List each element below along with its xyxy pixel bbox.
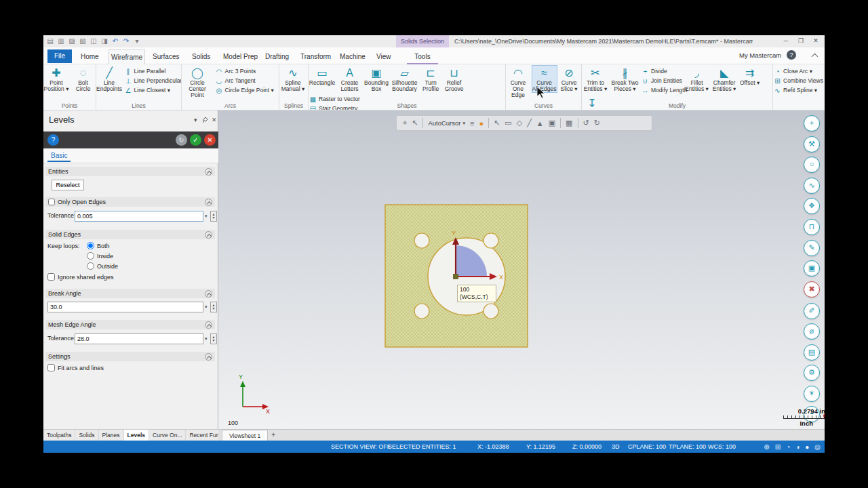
view-redo-icon[interactable]: ↻ [594, 119, 600, 127]
tab-basic[interactable]: Basic [47, 151, 71, 162]
gview-indicator-icon[interactable]: ◔ [786, 443, 790, 451]
sketch-tool-icon[interactable]: ✎ [804, 240, 820, 256]
section-indicator-icon[interactable]: ◑ [795, 443, 800, 451]
open-icon[interactable]: ▥ [57, 35, 65, 47]
break-angle-spinner[interactable]: ▲▼ [210, 302, 217, 312]
divide-button[interactable]: ÷Divide [641, 66, 683, 76]
mesh-tolerance-input[interactable] [75, 333, 203, 344]
panel-close-icon[interactable]: ✕ [212, 117, 217, 123]
circle-tool-icon[interactable]: ○ [804, 157, 820, 173]
solid-face-selection-icon[interactable]: ▲ [536, 119, 544, 127]
collapse-section-icon[interactable] [205, 231, 212, 239]
section-view-status[interactable]: SECTION VIEW: OFF [331, 441, 391, 453]
circle-edge-point-button[interactable]: ◎Circle Edge Point ▾ [215, 85, 279, 95]
chamfer-entities-button[interactable]: ◣ Chamfer Entities ▾ [711, 66, 738, 92]
vector-selection-icon[interactable]: ╱ [527, 119, 532, 127]
close-button[interactable]: ✕ [808, 35, 823, 47]
arc-tangent-button[interactable]: ◡Arc Tangent [215, 76, 279, 85]
spline-manual-button[interactable]: ∿ Spline Manual ▾ [279, 66, 307, 92]
clamp-tool-icon[interactable]: ⊓ [804, 219, 820, 235]
redo-icon[interactable]: ↷ [122, 35, 130, 47]
join-entities-button[interactable]: ∪Join Entities [641, 76, 683, 85]
window-selection-icon[interactable]: ▭ [505, 119, 511, 127]
keep-loops-inside-radio[interactable]: Inside [87, 252, 113, 260]
tab-drafting[interactable]: Drafting [263, 49, 291, 64]
modify-length-button[interactable]: ↔Modify Length [641, 85, 683, 95]
circle-center-point-button[interactable]: ◯ Circle Center Point [182, 66, 213, 98]
arc-3-points-button[interactable]: ◠Arc 3 Points [215, 66, 279, 76]
section-header-mesh-edge-angle[interactable]: Mesh Edge Angle [45, 320, 215, 329]
radio-both[interactable] [87, 242, 94, 249]
delete-tool-icon[interactable]: ✖ [804, 281, 820, 298]
plane-indicator-icon[interactable]: ⊞ [775, 443, 781, 451]
levels-tool-icon[interactable]: ▤ [804, 344, 820, 361]
cplane-selector[interactable]: CPLANE: 100 [628, 441, 666, 453]
print-preview-icon[interactable]: ▧ [79, 35, 87, 47]
ignore-shared-edges-checkbox[interactable] [47, 273, 55, 281]
line-perpendicular-button[interactable]: ⊥Line Perpendicular [124, 76, 181, 85]
break-angle-dropdown-icon[interactable]: ▾ [205, 304, 208, 310]
solid-body-selection-icon[interactable]: ▣ [549, 119, 555, 127]
collapse-section-icon[interactable] [205, 290, 212, 298]
turn-profile-button[interactable]: ⊏ Turn Profile [420, 66, 441, 92]
polygon-selection-icon[interactable]: ◇ [517, 119, 522, 127]
line-closest-button[interactable]: ∠Line Closest ▾ [124, 85, 181, 95]
graphics-viewport[interactable]: X Y Y X 100 ⌖ ↖ AutoCursor ▾ ≡ ● [218, 110, 825, 429]
ignore-shared-edges-row[interactable]: Ignore shared edges [47, 273, 114, 281]
panel-collapse-icon[interactable]: ▾ [194, 117, 197, 123]
line-parallel-button[interactable]: ∥Line Parallel [124, 66, 181, 76]
tab-transform[interactable]: Transform [298, 49, 333, 64]
cursor-tracking-icon[interactable]: ↖ [412, 119, 418, 127]
mode-3d-toggle[interactable]: 3D [612, 441, 620, 453]
break-two-pieces-button[interactable]: ∦ Break Two Pieces ▾ [611, 66, 639, 92]
grid-settings-icon[interactable]: ▦ [566, 119, 572, 127]
point-position-button[interactable]: ✚ Point Position ▾ [43, 66, 69, 92]
tolerance-spinner[interactable]: ▲▼ [210, 211, 217, 222]
curve-slice-button[interactable]: ⊘ Curve Slice ▾ [558, 66, 580, 92]
reselect-button[interactable]: Reselect [52, 180, 84, 190]
collapse-ribbon-icon[interactable] [812, 54, 817, 59]
tab-wireframe[interactable]: Wireframe [108, 49, 145, 64]
tab-solids[interactable]: Solids [190, 49, 212, 64]
section-header-settings[interactable]: Settings [45, 352, 215, 361]
settings-tool-icon[interactable]: ⚙ [804, 365, 820, 381]
tab-file[interactable]: File [47, 49, 72, 63]
collapse-section-icon[interactable] [205, 199, 212, 206]
curve-one-edge-button[interactable]: ◠ Curve One Edge [506, 66, 530, 98]
autocursor-dropdown[interactable]: AutoCursor ▾ [428, 119, 465, 127]
fillet-entities-button[interactable]: ◞ Fillet Entities ▾ [685, 66, 709, 92]
spline-tool-icon[interactable]: ∿ [804, 178, 820, 194]
mesh-tool-icon[interactable]: ❖ [804, 198, 820, 214]
tolerance-dropdown-icon[interactable]: ▾ [205, 214, 208, 219]
tab-machine[interactable]: Machine [338, 49, 368, 64]
lighting-tool-icon[interactable]: ☀ [804, 386, 820, 402]
export-icon[interactable]: ◫ [90, 35, 98, 47]
radio-inside[interactable] [87, 252, 94, 260]
tab-levels[interactable]: Levels [124, 430, 149, 441]
bounding-box-button[interactable]: ▣ Bounding Box [363, 66, 389, 92]
measure-tool-icon[interactable]: ⌀ [804, 323, 820, 340]
panel-help-button[interactable]: ? [47, 134, 59, 146]
my-mastercam-link[interactable]: My Mastercam [739, 52, 781, 59]
tab-toolpaths[interactable]: Toolpaths [43, 430, 75, 441]
tab-view[interactable]: View [374, 49, 393, 64]
radio-outside[interactable] [87, 262, 94, 270]
break-angle-input[interactable] [47, 302, 203, 312]
tab-planes[interactable]: Planes [99, 430, 124, 441]
save-icon[interactable]: ▤ [46, 35, 54, 47]
create-letters-button[interactable]: A Create Letters [338, 66, 362, 92]
tolerance-input[interactable] [75, 211, 203, 222]
rectangle-button[interactable]: ▭ Rectangle [309, 66, 336, 86]
fit-arcs-checkbox[interactable] [47, 364, 55, 371]
fast-point-icon[interactable]: ≡ [470, 119, 474, 127]
undo-icon[interactable]: ↶ [111, 35, 119, 47]
shaded-indicator-icon[interactable]: ● [805, 443, 809, 451]
tab-surfaces[interactable]: Surfaces [151, 49, 181, 64]
solid-tool-icon[interactable]: ▣ [804, 260, 820, 277]
section-header-only-open-edges[interactable]: Only Open Edges [45, 197, 215, 207]
view-undo-icon[interactable]: ↺ [583, 119, 589, 127]
qat-menu-icon[interactable]: ▾ [133, 35, 141, 47]
tab-curve-on[interactable]: Curve On... [149, 430, 186, 441]
mesh-tolerance-spinner[interactable]: ▲▼ [210, 333, 217, 344]
fit-arcs-row[interactable]: Fit arcs and lines [47, 364, 104, 371]
